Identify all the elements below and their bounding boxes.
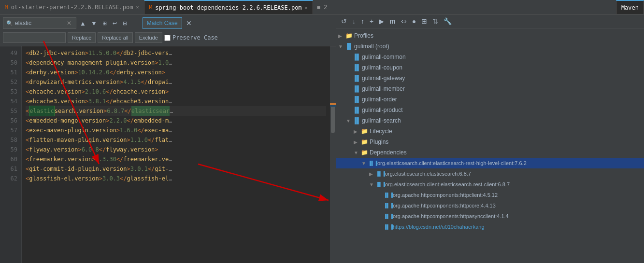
filter-icon-button[interactable]: ⊞ [100, 19, 109, 28]
code-line-55: <elasticsearch.version>6.8.7</elasticsea… [26, 106, 326, 116]
code-line-57: <exec-maven-plugin.version>1.6.0</exec-m… [26, 125, 326, 135]
wrap-icon-button[interactable]: ↩ [111, 19, 119, 28]
scroll-track[interactable] [330, 46, 336, 263]
next-match-button[interactable]: ▼ [89, 19, 99, 28]
tree-item-gulimall-gateway[interactable]: ▐▌ gulimall-gateway [336, 73, 644, 83]
replace-input-wrap [3, 32, 66, 43]
gulimall-root-arrow-icon: ▼ [338, 44, 345, 49]
code-line-53: <ehcache.version>2.10.6</ehcache.version… [26, 87, 326, 97]
line-numbers: 49 50 51 52 53 54 55 56 57 58 59 60 61 6… [0, 46, 22, 263]
tree-item-lifecycle[interactable]: ▶ 📁 Lifecycle [336, 126, 644, 137]
tree-item-gulimall-search[interactable]: ▼ ▐▌ gulimall-search [336, 115, 644, 126]
tree-item-dep2[interactable]: ▶ ▐▌▐ org.elasticsearch.elasticsearch:6.… [336, 168, 644, 179]
preserve-case-label: Preserve Case [172, 34, 218, 41]
tree-item-gulimall-member[interactable]: ▐▌ gulimall-member [336, 83, 644, 94]
scroll-thumb[interactable] [331, 104, 335, 133]
maven-tab[interactable]: Maven [616, 0, 644, 14]
replace-all-button[interactable]: Replace all [98, 32, 132, 43]
code-line-56: <embedded-mongo.version>2.2.0</embedded-… [26, 116, 326, 125]
replace-input[interactable] [6, 34, 55, 41]
maven-refresh-button[interactable]: ↺ [339, 16, 349, 27]
tree-item-dep4[interactable]: ▐▌▐ org.apache.httpcomponents:httpclient… [336, 190, 644, 200]
tree-item-gulimall-root[interactable]: ▼ ▐▌ gulimall (root) [336, 41, 644, 52]
tree-item-dep5[interactable]: ▐▌▐ org.apache.httpcomponents:httpcore:4… [336, 200, 644, 211]
replace-button[interactable]: Replace [68, 32, 96, 43]
gulimall-root-icon: ▐▌ [345, 43, 353, 50]
tab-bar: M ot-starter-parent-2.2.6.RELEASE.pom ✕ … [0, 0, 644, 14]
tree-item-dependencies[interactable]: ▼ 📁 Dependencies [336, 147, 644, 158]
gulimall-search-arrow-icon: ▼ [346, 118, 353, 124]
tab1-close-icon[interactable]: ✕ [136, 4, 139, 10]
maven-link-button[interactable]: ⇔ [399, 16, 409, 27]
maven-download-button[interactable]: ↓ [350, 16, 358, 27]
maven-circle-button[interactable]: ● [410, 16, 418, 27]
maven-upload-button[interactable]: ↑ [359, 16, 366, 27]
code-line-51: <derby.version>10.14.2.0</derby.version> [26, 68, 326, 77]
profiles-folder-icon: 📁 [345, 32, 353, 39]
tab2-label: spring-boot-dependencies-2.2.6.RELEASE.p… [155, 4, 301, 11]
tree-item-gulimall-common[interactable]: ▐▌ gulimall-common [336, 52, 644, 62]
tree-item-plugins[interactable]: ▶ 📁 Plugins [336, 137, 644, 147]
maven-settings-button[interactable]: 🔧 [442, 16, 454, 27]
profiles-label: Profiles [354, 32, 373, 39]
code-line-58: <flatten-maven-plugin.version>1.1.0</fla… [26, 135, 326, 145]
tree-item-dep7[interactable]: ▐▌▐ https://blog.csdn.net/u010chahaerkan… [336, 221, 644, 232]
search-glass-icon: 🔍 [6, 20, 13, 27]
tree-item-gulimall-coupon[interactable]: ▐▌ gulimall-coupon [336, 62, 644, 73]
maven-m-button[interactable]: m [387, 16, 397, 27]
maven-add-button[interactable]: + [368, 16, 375, 27]
match-case-label: Match Case [147, 20, 178, 27]
search-toolbar: 🔍 ✕ ▲ ▼ ⊞ ↩ ⊟ Match Case ✕ [0, 14, 336, 46]
tab1-label: ot-starter-parent-2.2.6.RELEASE.pom [11, 4, 133, 11]
tree-item-dep1[interactable]: ▼ ▐▌▐ org.elasticsearch.client:elasticse… [336, 158, 644, 168]
search-input[interactable] [15, 20, 63, 27]
tree-item-profiles[interactable]: ▶ 📁 Profiles [336, 30, 644, 41]
profiles-arrow-icon: ▶ [338, 33, 345, 39]
gulimall-root-label: gulimall (root) [354, 43, 389, 50]
tab-marker: ≡ 2 [313, 0, 331, 14]
maven-toolbar: ↺ ↓ ↑ + ▶ m ⇔ ● ⊞ ⇅ 🔧 [336, 14, 644, 28]
match-case-button[interactable]: Match Case [143, 17, 182, 29]
replace-row: Replace Replace all Exclude Preserve Cas… [3, 31, 333, 44]
preserve-case-wrap: Preserve Case [164, 34, 218, 41]
tree-item-dep3[interactable]: ▼ ▐▌▐ org.elasticsearch.client:elasticse… [336, 179, 644, 190]
preserve-case-checkbox[interactable] [164, 35, 171, 41]
search-row: 🔍 ✕ ▲ ▼ ⊞ ↩ ⊟ Match Case ✕ [3, 16, 333, 30]
main-area: 🔍 ✕ ▲ ▼ ⊞ ↩ ⊟ Match Case ✕ [0, 14, 644, 263]
code-line-60: <freemarker.version>2.3.30</freemarker.v… [26, 154, 326, 164]
exclude-button[interactable]: Exclude [135, 32, 162, 43]
maven-panel: ↺ ↓ ↑ + ▶ m ⇔ ● ⊞ ⇅ 🔧 ▶ 📁 Profiles ▼ [336, 14, 644, 263]
tab-pom1[interactable]: M ot-starter-parent-2.2.6.RELEASE.pom ✕ [0, 0, 144, 14]
code-line-59: <flyway.version>6.0.8</flyway.version> [26, 145, 326, 154]
editor-panel: 🔍 ✕ ▲ ▼ ⊞ ↩ ⊟ Match Case ✕ [0, 14, 336, 263]
gulimall-common-icon: ▐▌ [353, 54, 360, 60]
tree-item-dep6[interactable]: ▐▌▐ org.apache.httpcomponents:httpasyncc… [336, 211, 644, 221]
prev-match-button[interactable]: ▲ [78, 19, 87, 28]
code-line-50: <dependency-management-plugin.version>1.… [26, 58, 326, 68]
maven-grid-button[interactable]: ⊞ [419, 16, 429, 27]
close-search-button[interactable]: ✕ [184, 18, 194, 28]
clear-search-button[interactable]: ✕ [65, 19, 73, 28]
options-icon-button[interactable]: ⊟ [121, 19, 129, 28]
tab-pom2[interactable]: M spring-boot-dependencies-2.2.6.RELEASE… [144, 0, 313, 14]
code-line-61: <git-commit-id-plugin.version>3.0.1</git… [26, 164, 326, 174]
search-input-wrap: 🔍 ✕ [3, 17, 76, 29]
pom-icon: M [5, 4, 8, 10]
scroll-mark-1 [330, 103, 336, 105]
tab2-close-icon[interactable]: ✕ [305, 5, 308, 10]
scroll-mark-2 [330, 105, 336, 107]
maven-tree: ▶ 📁 Profiles ▼ ▐▌ gulimall (root) ▐▌ gul… [336, 28, 644, 263]
pom2-icon: M [149, 4, 153, 11]
code-line-62: <glassfish-el.version>3.0.3</glassfish-e… [26, 174, 326, 183]
tree-item-gulimall-product[interactable]: ▐▌ gulimall-product [336, 105, 644, 115]
code-content: <db2-jdbc-version>11.5.0.0</db2-jdbc-ver… [22, 46, 330, 263]
tree-item-gulimall-order[interactable]: ▐▌ gulimall-order [336, 94, 644, 105]
maven-sort-button[interactable]: ⇅ [430, 16, 440, 27]
maven-run-button[interactable]: ▶ [377, 16, 386, 27]
code-line-49: <db2-jdbc-version>11.5.0.0</db2-jdbc-ver… [26, 48, 326, 58]
code-area: 49 50 51 52 53 54 55 56 57 58 59 60 61 6… [0, 46, 336, 263]
code-line-52: <dropwizard-metrics.version>4.1.5</dropw… [26, 77, 326, 87]
maven-title: Maven [621, 4, 639, 11]
code-line-54: <ehcache3.version>3.8.1</ehcache3.versio… [26, 97, 326, 106]
